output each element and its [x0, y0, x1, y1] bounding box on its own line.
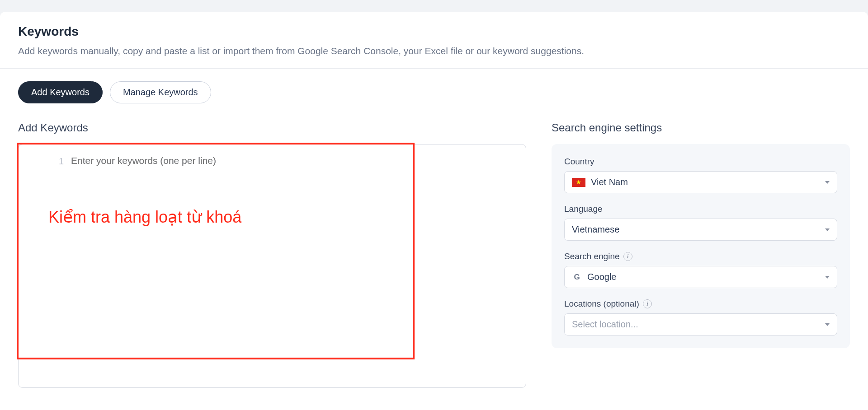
content-row: Add Keywords Kiểm tra hàng loạt từ khoá … [0, 103, 868, 388]
tabs-row: Add Keywords Manage Keywords [0, 69, 868, 103]
google-icon: G [572, 272, 582, 282]
page-title: Keywords [18, 24, 850, 39]
search-engine-label: Search engine i [564, 252, 837, 261]
search-engine-field: Search engine i G Google [564, 252, 837, 288]
locations-label: Locations (optional) i [564, 299, 837, 309]
country-label: Country [564, 157, 837, 167]
keywords-textarea[interactable] [19, 144, 526, 387]
locations-select[interactable]: Select location... [564, 313, 837, 335]
settings-panel: Country ★ Viet Nam Language Vietnamese [552, 144, 850, 348]
tab-add-keywords[interactable]: Add Keywords [18, 81, 103, 103]
country-field: Country ★ Viet Nam [564, 157, 837, 193]
locations-label-text: Locations (optional) [564, 299, 639, 309]
keywords-editor: Kiểm tra hàng loạt từ khoá 1 Enter your … [18, 144, 526, 388]
language-field: Language Vietnamese [564, 204, 837, 241]
country-value: Viet Nam [591, 177, 628, 187]
info-icon[interactable]: i [623, 252, 632, 261]
add-keywords-heading: Add Keywords [18, 121, 526, 134]
add-keywords-column: Add Keywords Kiểm tra hàng loạt từ khoá … [18, 121, 526, 388]
page-header: Keywords Add keywords manually, copy and… [0, 12, 868, 69]
search-engine-label-text: Search engine [564, 252, 620, 261]
country-select[interactable]: ★ Viet Nam [564, 171, 837, 193]
tab-manage-keywords[interactable]: Manage Keywords [110, 81, 211, 103]
chevron-down-icon [825, 228, 830, 231]
chevron-down-icon [825, 276, 830, 279]
language-value: Vietnamese [572, 224, 619, 235]
settings-heading: Search engine settings [552, 121, 850, 134]
chevron-down-icon [825, 181, 830, 184]
vietnam-flag-icon: ★ [572, 178, 585, 187]
page-subtitle: Add keywords manually, copy and paste a … [18, 44, 850, 57]
chevron-down-icon [825, 323, 830, 326]
info-icon[interactable]: i [643, 299, 652, 308]
keywords-page: Keywords Add keywords manually, copy and… [0, 12, 868, 410]
language-select[interactable]: Vietnamese [564, 219, 837, 241]
locations-field: Locations (optional) i Select location..… [564, 299, 837, 335]
search-engine-value: Google [587, 272, 617, 282]
language-label: Language [564, 204, 837, 214]
locations-placeholder: Select location... [572, 319, 638, 330]
search-engine-select[interactable]: G Google [564, 266, 837, 288]
search-engine-settings-column: Search engine settings Country ★ Viet Na… [552, 121, 850, 348]
